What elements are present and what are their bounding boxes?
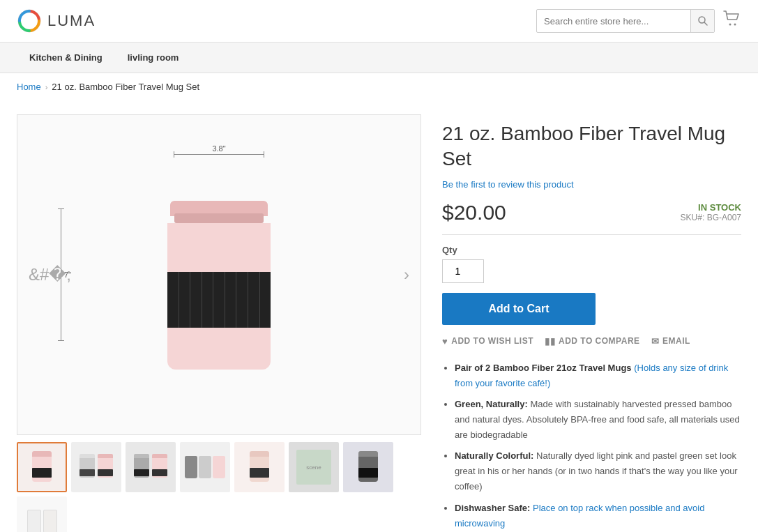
- thumbnail-7[interactable]: [343, 442, 393, 492]
- dimension-width-label: 3.8": [174, 144, 264, 155]
- svg-point-4: [734, 24, 736, 26]
- thumbnail-6[interactable]: scene: [289, 442, 339, 492]
- email-label: EMAIL: [662, 336, 690, 346]
- thumbnail-8[interactable]: [17, 496, 67, 532]
- thumbnail-2[interactable]: [71, 442, 121, 492]
- logo[interactable]: LUMA: [17, 8, 96, 33]
- stock-status: IN STOCK: [681, 202, 741, 213]
- cart-icon: [723, 10, 741, 27]
- svg-line-2: [704, 22, 707, 25]
- bullet-4: Dishwasher Safe: Place on top rack when …: [455, 501, 741, 531]
- svg-point-3: [729, 24, 732, 26]
- breadcrumb-home[interactable]: Home: [17, 82, 41, 92]
- product-price: $20.00: [442, 201, 506, 225]
- gallery-next-button[interactable]: ›: [398, 259, 415, 290]
- compare-icon: ▮▮: [545, 336, 555, 347]
- wishlist-label: ADD TO WISH LIST: [451, 336, 533, 346]
- add-to-cart-button[interactable]: Add to Cart: [442, 293, 596, 325]
- review-link[interactable]: Be the first to review this product: [442, 179, 741, 190]
- bullet-3: Naturally Colorful: Naturally dyed light…: [455, 448, 741, 494]
- product-gallery: &#�; 3.8" 7": [17, 114, 421, 532]
- product-title: 21 oz. Bamboo Fiber Travel Mug Set: [442, 121, 741, 172]
- gallery-prev-button[interactable]: &#�;: [23, 259, 77, 290]
- nav-item-kitchen[interactable]: Kitchen & Dining: [17, 43, 115, 73]
- divider: [442, 234, 741, 235]
- email-icon: ✉: [651, 336, 660, 347]
- bullet-2: Green, Naturally: Made with sustainably …: [455, 397, 741, 443]
- thumbnail-1[interactable]: [17, 442, 67, 492]
- nav-item-living[interactable]: livling room: [115, 43, 192, 73]
- breadcrumb-separator: ›: [45, 83, 48, 91]
- sku-label-text: SKU#:: [681, 213, 705, 222]
- email-button[interactable]: ✉ EMAIL: [651, 336, 690, 347]
- cart-button[interactable]: [723, 10, 741, 31]
- nav-bar: Kitchen & Dining livling room: [0, 43, 758, 73]
- sku: SKU#: BG-A007: [681, 213, 741, 222]
- breadcrumb-current: 21 oz. Bamboo Fiber Travel Mug Set: [52, 82, 199, 92]
- stock-sku: IN STOCK SKU#: BG-A007: [681, 202, 741, 222]
- add-to-wishlist-button[interactable]: ♥ ADD TO WISH LIST: [442, 336, 533, 347]
- logo-text: LUMA: [47, 12, 96, 30]
- search-button[interactable]: [690, 9, 714, 33]
- qty-label: Qty: [442, 245, 741, 255]
- luma-logo-icon: [17, 8, 42, 33]
- search-input[interactable]: [537, 16, 690, 26]
- product-image: 3.8" 7": [17, 115, 420, 434]
- heart-icon: ♥: [442, 336, 448, 347]
- product-info: 21 oz. Bamboo Fiber Travel Mug Set Be th…: [442, 114, 741, 532]
- main-image: &#�; 3.8" 7": [17, 114, 421, 435]
- bullet-1: Pair of 2 Bamboo Fiber 21oz Travel Mugs …: [455, 360, 741, 391]
- action-links: ♥ ADD TO WISH LIST ▮▮ ADD TO COMPARE ✉ E…: [442, 336, 741, 347]
- header-right: [536, 9, 741, 33]
- add-to-compare-button[interactable]: ▮▮ ADD TO COMPARE: [545, 336, 640, 347]
- search-bar[interactable]: [536, 9, 715, 33]
- main-content: &#�; 3.8" 7": [0, 100, 758, 532]
- search-icon: [698, 16, 708, 26]
- qty-input[interactable]: [442, 259, 484, 283]
- thumbnail-3[interactable]: [126, 442, 176, 492]
- site-header: LUMA: [0, 0, 758, 43]
- price-row: $20.00 IN STOCK SKU#: BG-A007: [442, 201, 741, 225]
- sku-value: BG-A007: [707, 213, 741, 222]
- compare-label: ADD TO COMPARE: [559, 336, 640, 346]
- product-bullets: Pair of 2 Bamboo Fiber 21oz Travel Mugs …: [442, 360, 741, 532]
- thumbnail-5[interactable]: [234, 442, 285, 492]
- thumbnail-strip: scene: [17, 442, 421, 532]
- thumbnail-4[interactable]: [180, 442, 230, 492]
- breadcrumb: Home › 21 oz. Bamboo Fiber Travel Mug Se…: [0, 73, 758, 100]
